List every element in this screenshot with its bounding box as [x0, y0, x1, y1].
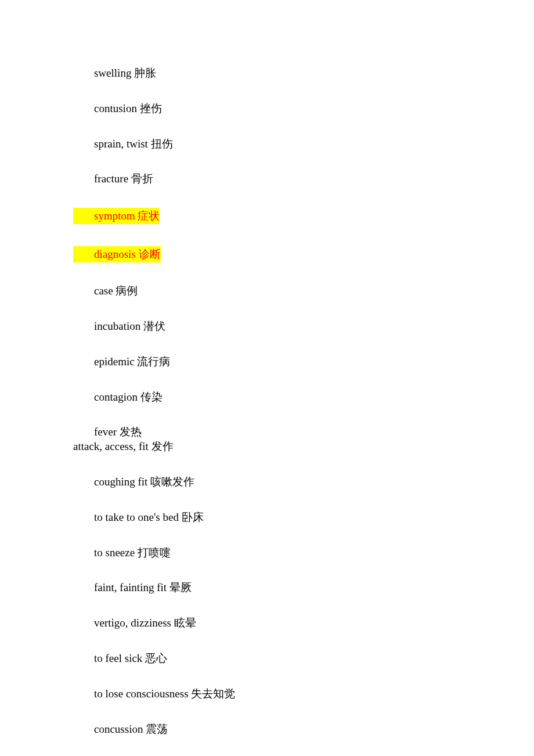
vocab-line: fever 发热 [0, 426, 534, 439]
vocab-line: to feel sick 恶心 [0, 652, 534, 665]
term-text: fever 发热 [94, 426, 142, 438]
term-text: concussion 震荡 [94, 723, 168, 735]
term-text: to take to one's bed 卧床 [94, 511, 204, 523]
vocab-line: to lose consciousness 失去知觉 [0, 687, 534, 701]
vocab-line: coughing fit 咳嗽发作 [0, 476, 534, 489]
vocab-line: to take to one's bed 卧床 [0, 511, 534, 524]
vocab-line: faint, fainting fit 晕厥 [0, 581, 534, 595]
term-text: coughing fit 咳嗽发作 [94, 476, 194, 488]
term-text: attack, access, fit 发作 [73, 440, 174, 452]
vocab-line: sprain, twist 扭伤 [0, 138, 534, 151]
vocab-line: incubation 潜伏 [0, 320, 534, 333]
highlighted-term: diagnosis 诊断 [73, 246, 161, 262]
vocab-line: symptom 症状 [0, 208, 534, 224]
term-text: epidemic 流行病 [94, 355, 170, 368]
vocab-line: fracture 骨折 [0, 172, 534, 186]
term-text: faint, fainting fit 晕厥 [94, 581, 192, 593]
highlighted-term: symptom 症状 [73, 208, 160, 224]
vocab-line: concussion 震荡 [0, 723, 534, 736]
vocab-line: attack, access, fit 发作 [0, 440, 534, 453]
vocab-line: contagion 传染 [0, 391, 534, 404]
term-text: to lose consciousness 失去知觉 [94, 687, 235, 700]
vocab-line: case 病例 [0, 285, 534, 298]
term-text: incubation 潜伏 [94, 320, 165, 332]
term-text: swelling 肿胀 [94, 67, 156, 79]
term-text: fracture 骨折 [94, 172, 153, 185]
term-text: contagion 传染 [94, 391, 163, 403]
term-text: sprain, twist 扭伤 [94, 138, 173, 150]
term-text: to feel sick 恶心 [94, 652, 167, 664]
vocab-line: vertigo, dizziness 眩晕 [0, 617, 534, 630]
term-text: to sneeze 打喷嚏 [94, 546, 171, 559]
term-text: case 病例 [94, 285, 138, 297]
document-page: swelling 肿胀contusion 挫伤sprain, twist 扭伤f… [0, 0, 534, 756]
term-text: symptom 症状 [94, 210, 160, 222]
term-text: vertigo, dizziness 眩晕 [94, 617, 196, 629]
vocab-line: contusion 挫伤 [0, 102, 534, 116]
vocab-line: epidemic 流行病 [0, 355, 534, 369]
vocab-line: swelling 肿胀 [0, 67, 534, 80]
term-text: diagnosis 诊断 [94, 248, 161, 260]
vocab-line: diagnosis 诊断 [0, 246, 534, 262]
vocab-line: to sneeze 打喷嚏 [0, 546, 534, 560]
term-text: contusion 挫伤 [94, 102, 162, 114]
